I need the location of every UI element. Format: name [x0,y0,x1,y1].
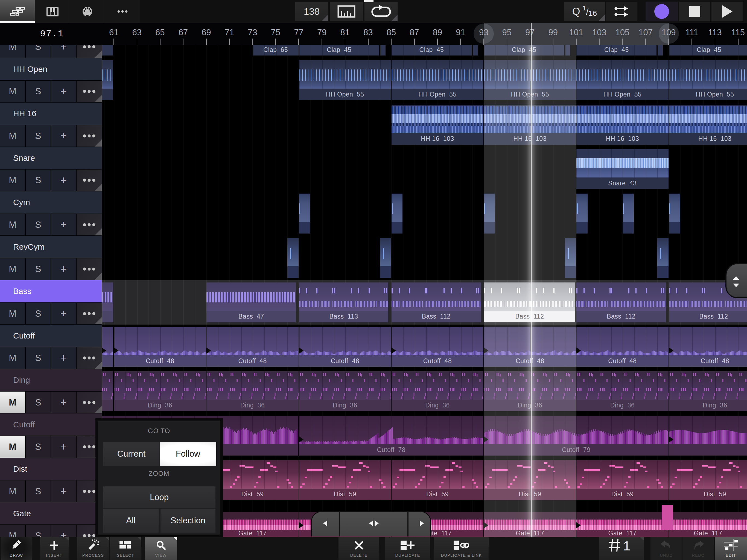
svg-text:1: 1 [623,539,630,552]
